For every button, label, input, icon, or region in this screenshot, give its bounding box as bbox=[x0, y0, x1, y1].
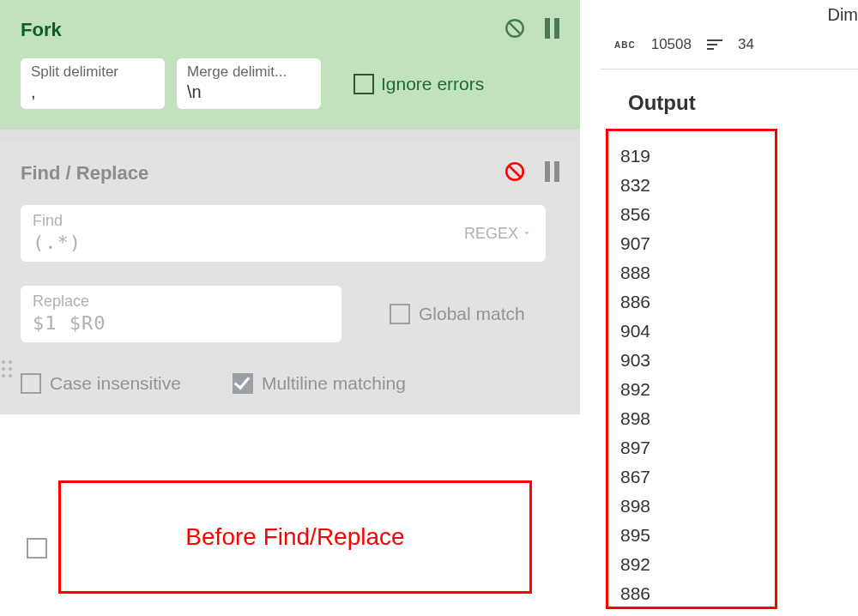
fork-title: Fork bbox=[21, 19, 62, 41]
pause-icon[interactable] bbox=[545, 161, 559, 185]
output-meta: ABC 10508 34 bbox=[614, 36, 754, 53]
annotation-box: Before Find/Replace bbox=[58, 480, 532, 594]
checkbox-checked-icon bbox=[233, 373, 253, 394]
field-label: Find bbox=[33, 212, 534, 230]
global-match-option[interactable]: Global match bbox=[390, 304, 525, 324]
fork-actions bbox=[504, 17, 559, 43]
disable-icon[interactable] bbox=[504, 17, 526, 43]
split-delimiter-field[interactable]: Split delimiter , bbox=[21, 58, 165, 109]
output-lines: 8198328569078888869049038928988978678988… bbox=[620, 142, 763, 608]
output-line: 898 bbox=[620, 492, 763, 521]
checkbox-label: Ignore errors bbox=[381, 74, 484, 94]
checkbox-label: Multiline matching bbox=[262, 373, 406, 394]
find-replace-actions bbox=[504, 160, 559, 186]
fork-body: Split delimiter , Merge delimit... \n Ig… bbox=[21, 58, 559, 109]
field-value: (.*) bbox=[33, 232, 534, 253]
output-line: 897 bbox=[620, 433, 763, 462]
field-value: \n bbox=[187, 82, 311, 102]
line-count-value: 34 bbox=[738, 36, 754, 53]
field-value: , bbox=[31, 82, 154, 102]
output-line: 895 bbox=[620, 521, 763, 550]
output-line: 903 bbox=[620, 346, 763, 375]
field-label: Replace bbox=[33, 293, 329, 311]
output-line: 888 bbox=[620, 258, 763, 287]
field-label: Merge delimit... bbox=[187, 63, 311, 81]
annotation-text: Before Find/Replace bbox=[185, 523, 404, 551]
ignore-errors-option[interactable]: Ignore errors bbox=[353, 74, 484, 94]
output-line: 898 bbox=[620, 404, 763, 433]
line-count-icon bbox=[707, 39, 722, 50]
find-replace-operation: Find / Replace Find (.*) REGEX bbox=[0, 142, 580, 414]
caret-down-icon bbox=[522, 225, 532, 243]
case-insensitive-option[interactable]: Case insensitive bbox=[21, 373, 181, 394]
find-replace-header: Find / Replace bbox=[21, 160, 559, 186]
output-line: 892 bbox=[620, 375, 763, 404]
checkbox-icon bbox=[390, 304, 410, 324]
hidden-checkbox[interactable] bbox=[27, 538, 47, 559]
regex-mode-dropdown[interactable]: REGEX bbox=[464, 225, 532, 243]
output-line: 856 bbox=[620, 200, 763, 229]
fork-operation: Fork Split delimiter , Merge delimit... … bbox=[0, 0, 580, 130]
output-title: Output bbox=[628, 91, 696, 115]
char-count-value: 10508 bbox=[651, 36, 692, 53]
merge-delimiter-field[interactable]: Merge delimit... \n bbox=[177, 58, 321, 109]
replace-field[interactable]: Replace $1 $R0 bbox=[21, 286, 341, 342]
options-row: Case insensitive Multiline matching bbox=[21, 373, 559, 394]
multiline-option[interactable]: Multiline matching bbox=[233, 373, 406, 394]
drag-handle-icon[interactable] bbox=[2, 360, 12, 377]
divider bbox=[601, 69, 858, 69]
output-pane: Dim ABC 10508 34 Output 8198328569078888… bbox=[580, 0, 858, 616]
svg-line-1 bbox=[509, 22, 521, 34]
fork-header: Fork bbox=[21, 17, 559, 43]
dim-header-label: Dim bbox=[827, 5, 858, 25]
checkbox-icon bbox=[353, 74, 374, 94]
regex-label: REGEX bbox=[464, 225, 518, 243]
output-line: 819 bbox=[620, 142, 763, 171]
recipe-pane: Fork Split delimiter , Merge delimit... … bbox=[0, 0, 580, 616]
output-line: 904 bbox=[620, 317, 763, 346]
field-label: Split delimiter bbox=[31, 63, 154, 81]
char-count-icon: ABC bbox=[614, 40, 636, 50]
checkbox-icon bbox=[21, 373, 41, 394]
checkbox-label: Case insensitive bbox=[50, 373, 181, 394]
output-line: 886 bbox=[620, 287, 763, 317]
replace-row: Replace $1 $R0 Global match bbox=[21, 286, 559, 342]
output-line: 886 bbox=[620, 579, 763, 608]
svg-line-3 bbox=[509, 166, 521, 178]
output-line: 907 bbox=[620, 229, 763, 258]
output-line: 832 bbox=[620, 171, 763, 200]
block-spacer bbox=[0, 130, 580, 142]
output-line: 892 bbox=[620, 550, 763, 579]
find-field[interactable]: Find (.*) REGEX bbox=[21, 205, 546, 262]
pause-icon[interactable] bbox=[545, 18, 559, 42]
output-line: 867 bbox=[620, 462, 763, 492]
field-value: $1 $R0 bbox=[33, 312, 329, 334]
checkbox-label: Global match bbox=[419, 304, 525, 324]
disable-icon[interactable] bbox=[504, 160, 526, 186]
output-highlight-box: 8198328569078888869049038928988978678988… bbox=[606, 129, 777, 609]
find-replace-title: Find / Replace bbox=[21, 162, 148, 184]
